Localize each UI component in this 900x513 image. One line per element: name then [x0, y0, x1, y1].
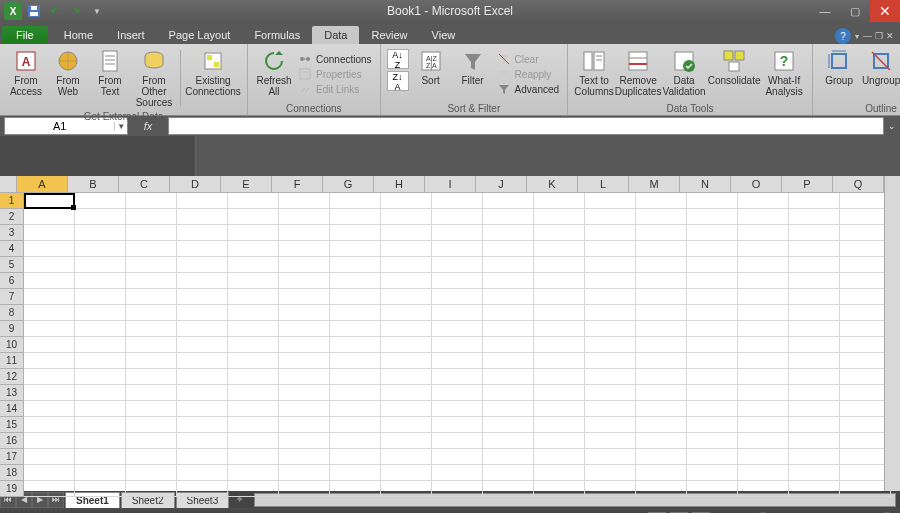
cell[interactable] [381, 417, 432, 433]
from-access-button[interactable]: A FromAccess [6, 46, 46, 110]
cell[interactable] [126, 401, 177, 417]
doc-minimize-icon[interactable]: — [863, 31, 872, 41]
cell[interactable] [687, 241, 738, 257]
cell[interactable] [24, 273, 75, 289]
cell[interactable] [789, 289, 840, 305]
row-header[interactable]: 12 [0, 369, 24, 385]
cell[interactable] [279, 481, 330, 497]
cell[interactable] [126, 433, 177, 449]
cell[interactable] [534, 465, 585, 481]
cell[interactable] [789, 273, 840, 289]
cell[interactable] [24, 433, 75, 449]
cell[interactable] [483, 241, 534, 257]
undo-icon[interactable] [46, 2, 64, 20]
cell[interactable] [330, 385, 381, 401]
cell[interactable] [75, 465, 126, 481]
cell[interactable] [534, 225, 585, 241]
cell[interactable] [483, 273, 534, 289]
cell[interactable] [177, 225, 228, 241]
cell[interactable] [330, 257, 381, 273]
column-header[interactable]: N [680, 176, 731, 193]
cell[interactable] [432, 401, 483, 417]
cell[interactable] [789, 401, 840, 417]
cell[interactable] [330, 241, 381, 257]
cell[interactable] [24, 321, 75, 337]
row-header[interactable]: 15 [0, 417, 24, 433]
advanced-filter-button[interactable]: Advanced [495, 82, 561, 97]
cell[interactable] [687, 209, 738, 225]
cell[interactable] [738, 289, 789, 305]
cell[interactable] [483, 257, 534, 273]
cell[interactable] [483, 337, 534, 353]
cell[interactable] [381, 225, 432, 241]
maximize-button[interactable]: ▢ [840, 0, 870, 22]
cell[interactable] [126, 193, 177, 209]
column-header[interactable]: I [425, 176, 476, 193]
cell[interactable] [75, 433, 126, 449]
column-header[interactable]: Q [833, 176, 884, 193]
cell[interactable] [279, 369, 330, 385]
cell[interactable] [177, 209, 228, 225]
cell[interactable] [432, 369, 483, 385]
column-header[interactable]: O [731, 176, 782, 193]
cell[interactable] [75, 241, 126, 257]
cell[interactable] [381, 209, 432, 225]
cell[interactable] [75, 225, 126, 241]
cell[interactable] [483, 385, 534, 401]
row-header[interactable]: 1 [0, 193, 24, 209]
from-text-button[interactable]: FromText [90, 46, 130, 110]
cell[interactable] [24, 449, 75, 465]
cell[interactable] [483, 225, 534, 241]
cell[interactable] [789, 321, 840, 337]
cell[interactable] [24, 481, 75, 497]
cell[interactable] [381, 305, 432, 321]
cell[interactable] [585, 241, 636, 257]
cell[interactable] [228, 353, 279, 369]
remove-duplicates-button[interactable]: RemoveDuplicates [616, 46, 660, 102]
cell[interactable] [75, 289, 126, 305]
cell[interactable] [432, 273, 483, 289]
sort-asc-button[interactable]: A↓Z [387, 49, 409, 69]
cell[interactable] [636, 353, 687, 369]
cell[interactable] [789, 417, 840, 433]
cell[interactable] [738, 385, 789, 401]
clear-filter-button[interactable]: Clear [495, 52, 561, 67]
qat-dropdown-icon[interactable]: ▼ [88, 2, 106, 20]
cell[interactable] [330, 193, 381, 209]
cell[interactable] [585, 321, 636, 337]
cell[interactable] [177, 273, 228, 289]
column-header[interactable]: P [782, 176, 833, 193]
cell[interactable] [585, 337, 636, 353]
cell[interactable] [687, 321, 738, 337]
cell[interactable] [534, 369, 585, 385]
cell[interactable] [687, 305, 738, 321]
cell[interactable] [789, 337, 840, 353]
cell[interactable] [126, 353, 177, 369]
cell[interactable] [687, 193, 738, 209]
cell[interactable] [75, 209, 126, 225]
doc-close-icon[interactable]: ✕ [886, 31, 894, 41]
cell[interactable] [483, 417, 534, 433]
tab-view[interactable]: View [420, 26, 468, 44]
cell[interactable] [636, 289, 687, 305]
cell[interactable] [330, 465, 381, 481]
cell[interactable] [279, 337, 330, 353]
cell[interactable] [432, 465, 483, 481]
cell[interactable] [738, 369, 789, 385]
cell[interactable] [585, 449, 636, 465]
cell[interactable] [636, 481, 687, 497]
cell[interactable] [636, 241, 687, 257]
tab-formulas[interactable]: Formulas [242, 26, 312, 44]
cell[interactable] [279, 385, 330, 401]
column-header[interactable]: K [527, 176, 578, 193]
column-header[interactable]: E [221, 176, 272, 193]
cell[interactable] [228, 401, 279, 417]
cell[interactable] [381, 369, 432, 385]
cell[interactable] [330, 225, 381, 241]
reapply-button[interactable]: Reapply [495, 67, 561, 82]
group-button[interactable]: Group [819, 46, 859, 102]
cell[interactable] [126, 417, 177, 433]
excel-logo-icon[interactable]: X [4, 2, 22, 20]
cell[interactable] [789, 305, 840, 321]
tab-page-layout[interactable]: Page Layout [157, 26, 243, 44]
